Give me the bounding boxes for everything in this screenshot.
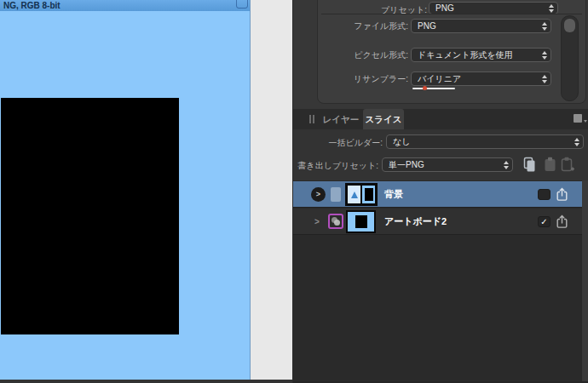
scrollbar-thumb[interactable] [564, 19, 575, 32]
slices-list: > 背景 > [293, 180, 588, 383]
slice-thumbnail[interactable] [346, 210, 376, 233]
panel-menu-caret-icon [584, 120, 587, 123]
thumbnail-square-tile [362, 186, 375, 203]
options-scrollbar[interactable] [561, 15, 579, 101]
stepper-icon [574, 138, 579, 146]
export-preset-dropdown[interactable]: 単一PNG [382, 157, 513, 172]
window-corner-widget [236, 0, 248, 9]
export-checkbox-checked[interactable]: ✓ [538, 216, 551, 227]
resampler-dropdown[interactable]: バイリニア [411, 71, 551, 86]
preset-dropdown[interactable]: PNG [429, 2, 558, 14]
slice-row-background[interactable]: > 背景 [293, 181, 582, 208]
drag-grip-icon[interactable] [309, 115, 316, 123]
resampler-label: リサンプラー: [326, 71, 408, 86]
canvas[interactable] [0, 11, 250, 380]
stepper-icon [542, 75, 547, 83]
artboard-icon [328, 214, 343, 229]
check-glyph: ✓ [540, 217, 547, 226]
expand-chevron-icon[interactable]: > [311, 187, 326, 202]
slice-thumbnail[interactable] [345, 183, 378, 206]
pixel-format-label: ピクセル形式: [326, 48, 408, 62]
pixel-format-dropdown[interactable]: ドキュメント形式を使用 [411, 48, 551, 62]
list-scroll-gutter[interactable] [582, 180, 588, 383]
page-icon [331, 187, 341, 202]
document-title: NG, RGB 8-bit [3, 1, 61, 10]
slider-knob[interactable] [423, 86, 427, 90]
quality-slider[interactable] [412, 88, 455, 89]
stepper-icon [549, 4, 554, 13]
pixel-format-value: ドキュメント形式を使用 [418, 49, 539, 61]
divider [321, 14, 582, 14]
export-preset-label: 書き出しプリセット: [293, 158, 378, 173]
clipboard-icon[interactable] [541, 156, 558, 173]
chevron-glyph: > [316, 190, 320, 198]
file-format-label: ファイル形式: [326, 19, 408, 33]
resampler-value: バイリニア [418, 73, 539, 85]
stepper-icon [542, 22, 547, 31]
document-titlebar[interactable]: NG, RGB 8-bit [0, 0, 250, 11]
slice-name: アートボード2 [384, 209, 447, 235]
clipboard-add-icon[interactable] [559, 156, 576, 173]
panel-menu-icon[interactable] [574, 114, 582, 123]
slice-row-artboard2[interactable]: > アートボード2 ✓ [293, 209, 582, 235]
batch-builder-value: なし [393, 136, 571, 148]
panel-tabbar: レイヤー スライス [293, 109, 588, 129]
slice-name: 背景 [384, 181, 403, 208]
app-window: NG, RGB 8-bit プリセット: PNG ファイル形式: PNG ピクセ… [0, 0, 588, 383]
expand-chevron-icon[interactable]: > [314, 215, 320, 228]
file-format-dropdown[interactable]: PNG [411, 19, 551, 33]
export-panel: プリセット: PNG ファイル形式: PNG ピクセル形式: ドキュメント形式を… [292, 0, 588, 383]
export-share-icon[interactable] [556, 214, 568, 229]
preset-value: PNG [435, 3, 545, 13]
stepper-icon [504, 161, 509, 169]
window-bottom-edge [0, 380, 292, 383]
thumbnail-blue-tile [348, 212, 374, 232]
black-square [355, 215, 367, 228]
tab-layers[interactable]: レイヤー [320, 109, 361, 129]
document-window: NG, RGB 8-bit [0, 0, 251, 380]
export-preset-value: 単一PNG [389, 159, 500, 171]
preset-label: プリセット: [335, 3, 427, 17]
copy-icon[interactable] [521, 156, 538, 173]
triangle-icon [351, 192, 358, 198]
stepper-icon [542, 51, 547, 60]
export-options-panel: プリセット: PNG ファイル形式: PNG ピクセル形式: ドキュメント形式を… [317, 0, 586, 104]
batch-builder-label: 一括ビルダー: [302, 135, 383, 150]
batch-builder-dropdown[interactable]: なし [386, 134, 584, 149]
tab-slices[interactable]: スライス [363, 109, 404, 129]
thumbnail-triangle-tile [348, 186, 360, 203]
chevron-glyph: > [314, 217, 320, 226]
slices-toolbar: 一括ビルダー: なし 書き出しプリセット: 単一PNG [293, 129, 588, 180]
export-share-icon[interactable] [556, 187, 568, 202]
canvas-black-rectangle[interactable] [1, 98, 179, 334]
file-format-value: PNG [418, 21, 539, 31]
black-square [365, 188, 373, 201]
export-checkbox[interactable] [538, 189, 551, 200]
